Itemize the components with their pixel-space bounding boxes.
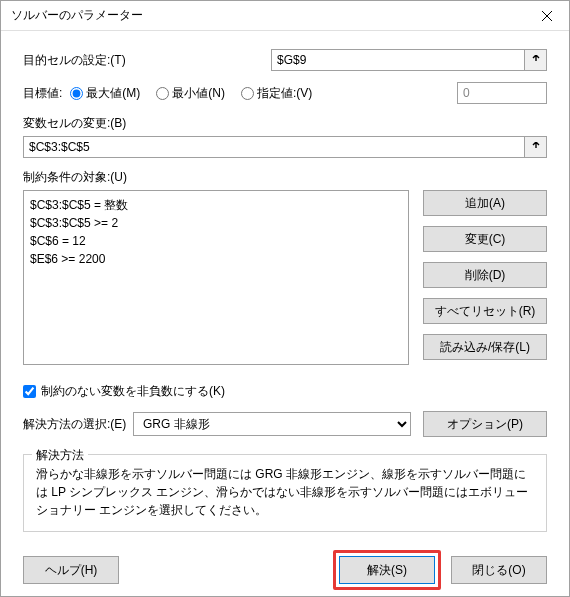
method-description: 滑らかな非線形を示すソルバー問題には GRG 非線形エンジン、線形を示すソルバー… xyxy=(36,465,534,519)
valueof-input xyxy=(457,82,547,104)
window-title: ソルバーのパラメーター xyxy=(11,7,143,24)
valueof-radio-label: 指定値:(V) xyxy=(257,85,312,102)
nonneg-checkbox[interactable]: 制約のない変数を非負数にする(K) xyxy=(23,383,547,400)
help-button[interactable]: ヘルプ(H) xyxy=(23,556,119,584)
dialog-footer: ヘルプ(H) 解決(S) 閉じる(O) xyxy=(1,542,569,597)
valueof-radio-input[interactable] xyxy=(241,87,254,100)
close-button[interactable]: 閉じる(O) xyxy=(451,556,547,584)
range-picker-icon[interactable] xyxy=(525,136,547,158)
constraints-label: 制約条件の対象:(U) xyxy=(23,169,547,186)
nonneg-checkbox-input[interactable] xyxy=(23,385,36,398)
solver-parameters-dialog: ソルバーのパラメーター 目的セルの設定:(T) 目標値: 最大値(M) xyxy=(0,0,570,597)
method-description-group: 解決方法 滑らかな非線形を示すソルバー問題には GRG 非線形エンジン、線形を示… xyxy=(23,454,547,532)
min-radio-input[interactable] xyxy=(156,87,169,100)
options-button[interactable]: オプション(P) xyxy=(423,411,547,437)
solve-button-highlight: 解決(S) xyxy=(333,550,441,590)
change-button[interactable]: 変更(C) xyxy=(423,226,547,252)
titlebar: ソルバーのパラメーター xyxy=(1,1,569,31)
min-radio[interactable]: 最小値(N) xyxy=(156,85,225,102)
valueof-radio[interactable]: 指定値:(V) xyxy=(241,85,312,102)
max-radio[interactable]: 最大値(M) xyxy=(70,85,140,102)
objective-label: 目的セルの設定:(T) xyxy=(23,52,263,69)
load-save-button[interactable]: 読み込み/保存(L) xyxy=(423,334,547,360)
delete-button[interactable]: 削除(D) xyxy=(423,262,547,288)
constraints-list[interactable] xyxy=(23,190,409,365)
max-radio-input[interactable] xyxy=(70,87,83,100)
solve-button[interactable]: 解決(S) xyxy=(339,556,435,584)
method-group-title: 解決方法 xyxy=(32,447,88,464)
min-radio-label: 最小値(N) xyxy=(172,85,225,102)
nonneg-label: 制約のない変数を非負数にする(K) xyxy=(41,383,225,400)
variables-label: 変数セルの変更:(B) xyxy=(23,115,547,132)
method-label: 解決方法の選択:(E) xyxy=(23,416,121,433)
to-label: 目標値: xyxy=(23,85,62,102)
objective-input[interactable] xyxy=(271,49,525,71)
close-icon[interactable] xyxy=(524,1,569,31)
range-picker-icon[interactable] xyxy=(525,49,547,71)
objective-direction-group: 最大値(M) 最小値(N) 指定値:(V) xyxy=(70,85,322,102)
max-radio-label: 最大値(M) xyxy=(86,85,140,102)
variables-input[interactable] xyxy=(23,136,525,158)
reset-all-button[interactable]: すべてリセット(R) xyxy=(423,298,547,324)
add-button[interactable]: 追加(A) xyxy=(423,190,547,216)
method-select[interactable]: GRG 非線形 xyxy=(133,412,411,436)
